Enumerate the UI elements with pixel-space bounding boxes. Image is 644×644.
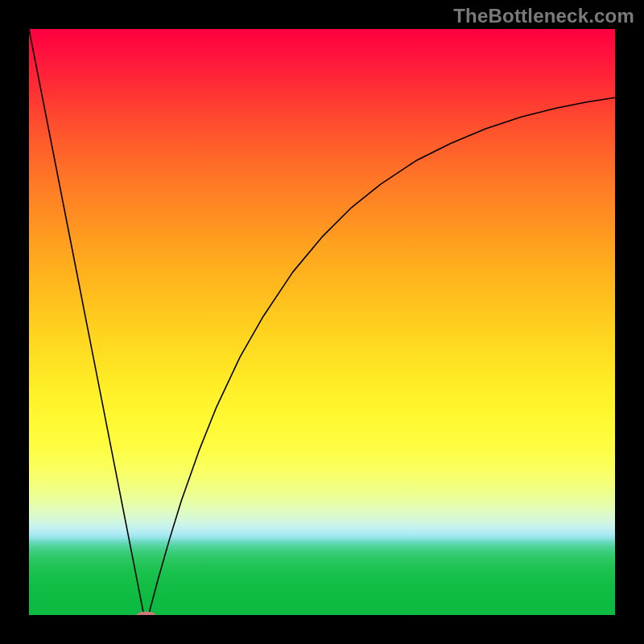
watermark-text: TheBottleneck.com bbox=[453, 5, 634, 27]
chart-frame: TheBottleneck.com bbox=[0, 0, 644, 644]
plot-background-gradient bbox=[29, 29, 615, 615]
